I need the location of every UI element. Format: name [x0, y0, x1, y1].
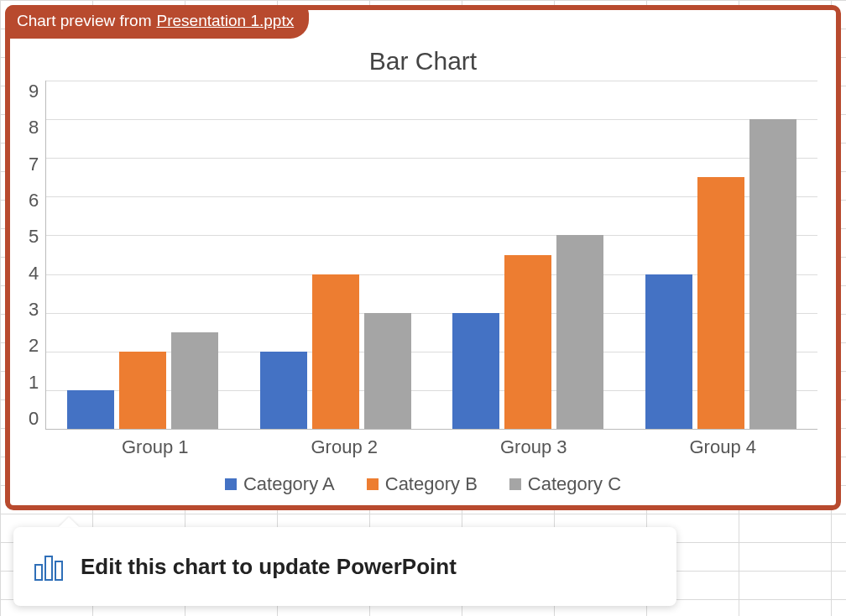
x-label: Group 2: [250, 430, 440, 458]
legend-label: Category A: [243, 473, 335, 495]
bar: [364, 313, 411, 429]
bar: [171, 332, 218, 429]
y-tick: 8: [29, 117, 39, 138]
x-axis-labels: Group 1Group 2Group 3Group 4: [29, 430, 817, 458]
y-tick: 3: [29, 299, 39, 321]
bar-chart-icon: [32, 550, 65, 583]
bar-group: [239, 81, 432, 429]
legend: Category ACategory BCategory C: [29, 458, 817, 495]
plot-area: [45, 81, 817, 430]
y-tick: 0: [29, 408, 39, 430]
bar: [645, 274, 692, 429]
bar: [67, 390, 114, 429]
y-axis: 9876543210: [29, 81, 45, 430]
legend-item: Category A: [225, 473, 335, 495]
bar: [504, 255, 551, 430]
y-tick: 7: [29, 154, 39, 175]
chart-preview-tab: Chart preview from Presentation 1.pptx: [5, 5, 309, 39]
legend-label: Category B: [385, 473, 478, 495]
bar-group: [432, 81, 625, 429]
svg-rect-1: [45, 556, 52, 580]
bar-groups: [46, 81, 817, 429]
y-tick: 2: [29, 335, 39, 357]
bar-group: [624, 81, 817, 429]
y-tick: 9: [29, 81, 39, 102]
y-tick: 4: [29, 263, 39, 285]
legend-label: Category C: [528, 473, 621, 495]
x-label: Group 1: [60, 430, 250, 458]
callout-text: Edit this chart to update PowerPoint: [81, 554, 457, 580]
bar: [556, 235, 603, 429]
preview-tab-prefix: Chart preview from: [17, 12, 152, 30]
bar: [697, 177, 744, 429]
chart-title: Bar Chart: [29, 47, 817, 76]
bar: [260, 352, 307, 429]
presentation-link[interactable]: Presentation 1.pptx: [157, 12, 295, 30]
chart-area: Bar Chart 9876543210 Group 1Group 2Group…: [29, 47, 817, 495]
bar: [119, 352, 166, 429]
legend-item: Category C: [509, 473, 621, 495]
y-tick: 5: [29, 226, 39, 248]
edit-chart-callout[interactable]: Edit this chart to update PowerPoint: [13, 527, 676, 606]
bar-group: [46, 81, 239, 429]
plot-wrap: 9876543210: [29, 81, 817, 430]
x-label: Group 4: [629, 430, 818, 458]
svg-rect-0: [35, 565, 42, 580]
svg-rect-2: [55, 561, 62, 580]
bar: [749, 119, 796, 429]
legend-swatch: [225, 478, 237, 490]
y-tick: 1: [29, 372, 39, 394]
y-tick: 6: [29, 190, 39, 211]
legend-item: Category B: [367, 473, 478, 495]
bar: [312, 274, 359, 429]
legend-swatch: [509, 478, 521, 490]
bar: [452, 313, 499, 429]
x-label: Group 3: [439, 430, 629, 458]
chart-preview-frame: Bar Chart 9876543210 Group 1Group 2Group…: [5, 5, 841, 510]
legend-swatch: [367, 478, 379, 490]
